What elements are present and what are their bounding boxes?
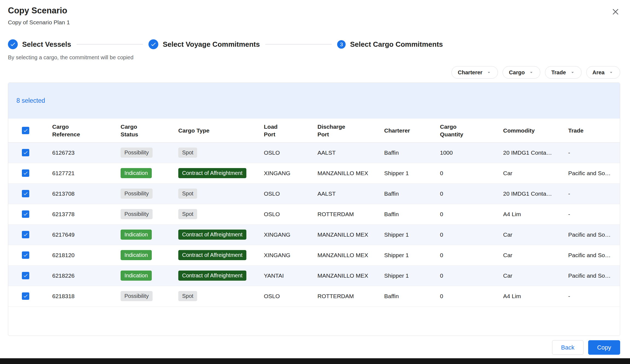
cell-charterer: Shipper 1 bbox=[384, 163, 440, 183]
column-header-cargo-reference: CargoReference bbox=[52, 119, 121, 142]
modal-subtitle: Copy of Scenario Plan 1 bbox=[8, 19, 620, 26]
select-all-checkbox[interactable] bbox=[22, 127, 29, 134]
chevron-down-icon bbox=[486, 70, 492, 75]
cargo-type-badge: Contract of Affreightment bbox=[178, 168, 246, 178]
filter-label: Trade bbox=[551, 69, 566, 76]
filter-label: Cargo bbox=[509, 69, 525, 76]
cell-commodity: Car bbox=[503, 265, 568, 286]
cell-trade: Pacific and So… bbox=[568, 265, 620, 286]
cell-charterer: Shipper 1 bbox=[384, 245, 440, 265]
cargo-type-badge: Spot bbox=[178, 189, 197, 199]
cell-cargo-type: Contract of Affreightment bbox=[178, 245, 264, 265]
cell-cargo-reference: 6213708 bbox=[52, 183, 121, 204]
row-checkbox[interactable] bbox=[22, 210, 29, 218]
close-icon[interactable] bbox=[610, 6, 621, 17]
selected-count: 8 selected bbox=[16, 97, 45, 104]
cell-cargo-quantity: 0 bbox=[440, 245, 503, 265]
table-row[interactable]: 6126723 Possibility Spot OSLO AALST Baff… bbox=[8, 142, 620, 163]
cell-commodity: 20 IMDG1 Conta… bbox=[503, 142, 568, 163]
table-row[interactable]: 6213708 Possibility Spot OSLO AALST Baff… bbox=[8, 183, 620, 204]
cargo-type-badge: Contract of Affreightment bbox=[178, 250, 246, 260]
cell-cargo-status: Possibility bbox=[121, 183, 178, 204]
row-checkbox[interactable] bbox=[22, 149, 29, 156]
filter-cargo-dropdown[interactable]: Cargo bbox=[503, 66, 540, 79]
step-label: Select Voyage Commitments bbox=[163, 40, 260, 49]
column-header-discharge-port: DischargePort bbox=[317, 119, 384, 142]
table-row[interactable]: 6218120 Indication Contract of Affreight… bbox=[8, 245, 620, 265]
cell-cargo-quantity: 0 bbox=[440, 204, 503, 224]
cargo-status-badge: Indication bbox=[121, 230, 152, 240]
cell-cargo-quantity: 0 bbox=[440, 265, 503, 286]
filter-bar: Charterer Cargo Trade Area bbox=[0, 66, 620, 79]
cell-load-port: OSLO bbox=[264, 142, 317, 163]
column-header-cargo-type: Cargo Type bbox=[178, 119, 264, 142]
table-header-row: CargoReference CargoStatus Cargo Type Lo… bbox=[8, 119, 620, 142]
filter-trade-dropdown[interactable]: Trade bbox=[545, 66, 581, 79]
cell-discharge-port: ROTTERDAM bbox=[317, 286, 384, 306]
cell-trade: - bbox=[568, 204, 620, 224]
cell-cargo-status: Indication bbox=[121, 245, 178, 265]
column-header-cargo-status: CargoStatus bbox=[121, 119, 178, 142]
table-row[interactable]: 6213778 Possibility Spot OSLO ROTTERDAM … bbox=[8, 204, 620, 224]
row-checkbox[interactable] bbox=[22, 292, 29, 300]
copy-button[interactable]: Copy bbox=[588, 340, 620, 355]
page-title: Copy Scenario bbox=[8, 5, 620, 16]
chevron-down-icon bbox=[608, 70, 614, 75]
step-connector bbox=[265, 44, 332, 45]
cell-discharge-port: MANZANILLO MEX bbox=[317, 163, 384, 183]
step-label: Select Cargo Commitments bbox=[350, 40, 443, 49]
column-header-charterer: Charterer bbox=[384, 119, 440, 142]
table-row[interactable]: 6218226 Indication Contract of Affreight… bbox=[8, 265, 620, 286]
table-row[interactable]: 6217649 Indication Contract of Affreight… bbox=[8, 224, 620, 245]
step-select-voyage-commitments[interactable]: Select Voyage Commitments bbox=[148, 39, 260, 49]
cell-commodity: A4 Lim bbox=[503, 204, 568, 224]
cell-cargo-type: Spot bbox=[178, 142, 264, 163]
back-button[interactable]: Back bbox=[552, 340, 584, 355]
row-checkbox[interactable] bbox=[22, 251, 29, 259]
cargo-status-badge: Possibility bbox=[121, 209, 153, 219]
filter-label: Charterer bbox=[458, 69, 482, 76]
step-completed-check-icon bbox=[8, 39, 18, 49]
cell-cargo-reference: 6213778 bbox=[52, 204, 121, 224]
cargo-status-badge: Possibility bbox=[121, 291, 153, 301]
cell-discharge-port: MANZANILLO MEX bbox=[317, 245, 384, 265]
cell-cargo-status: Possibility bbox=[121, 142, 178, 163]
cell-load-port: OSLO bbox=[264, 286, 317, 306]
cell-commodity: Car bbox=[503, 224, 568, 245]
column-header-load-port: LoadPort bbox=[264, 119, 317, 142]
step-select-cargo-commitments[interactable]: 3 Select Cargo Commitments bbox=[337, 40, 443, 49]
cell-cargo-quantity: 1000 bbox=[440, 142, 503, 163]
cargo-type-badge: Spot bbox=[178, 209, 197, 219]
chevron-down-icon bbox=[529, 70, 534, 75]
modal-header: Copy Scenario Copy of Scenario Plan 1 bbox=[0, 0, 630, 26]
step-completed-check-icon bbox=[148, 39, 158, 49]
row-checkbox[interactable] bbox=[22, 169, 29, 177]
cell-commodity: Car bbox=[503, 245, 568, 265]
cell-cargo-reference: 6127721 bbox=[52, 163, 121, 183]
cell-cargo-quantity: 0 bbox=[440, 183, 503, 204]
selection-summary-bar: 8 selected bbox=[8, 83, 620, 119]
cell-load-port: OSLO bbox=[264, 183, 317, 204]
cell-commodity: Car bbox=[503, 163, 568, 183]
row-checkbox[interactable] bbox=[22, 190, 29, 197]
cell-cargo-status: Possibility bbox=[121, 204, 178, 224]
cargo-type-badge: Contract of Affreightment bbox=[178, 271, 246, 281]
modal-footer: Back Copy bbox=[0, 340, 620, 355]
filter-area-dropdown[interactable]: Area bbox=[586, 66, 620, 79]
stepper: Select Vessels Select Voyage Commitments… bbox=[8, 39, 630, 49]
step-connector bbox=[77, 44, 143, 45]
cell-cargo-status: Indication bbox=[121, 224, 178, 245]
cell-trade: - bbox=[568, 142, 620, 163]
table-row[interactable]: 6127721 Indication Contract of Affreight… bbox=[8, 163, 620, 183]
filter-charterer-dropdown[interactable]: Charterer bbox=[451, 66, 498, 79]
cell-load-port: OSLO bbox=[264, 204, 317, 224]
row-checkbox[interactable] bbox=[22, 272, 29, 279]
step-select-vessels[interactable]: Select Vessels bbox=[8, 39, 71, 49]
cell-cargo-reference: 6218120 bbox=[52, 245, 121, 265]
cell-cargo-quantity: 0 bbox=[440, 163, 503, 183]
cell-cargo-type: Contract of Affreightment bbox=[178, 163, 264, 183]
row-checkbox[interactable] bbox=[22, 231, 29, 238]
cell-cargo-type: Spot bbox=[178, 286, 264, 306]
table-row[interactable]: 6218318 Possibility Spot OSLO ROTTERDAM … bbox=[8, 286, 620, 306]
cargo-status-badge: Indication bbox=[121, 271, 152, 281]
